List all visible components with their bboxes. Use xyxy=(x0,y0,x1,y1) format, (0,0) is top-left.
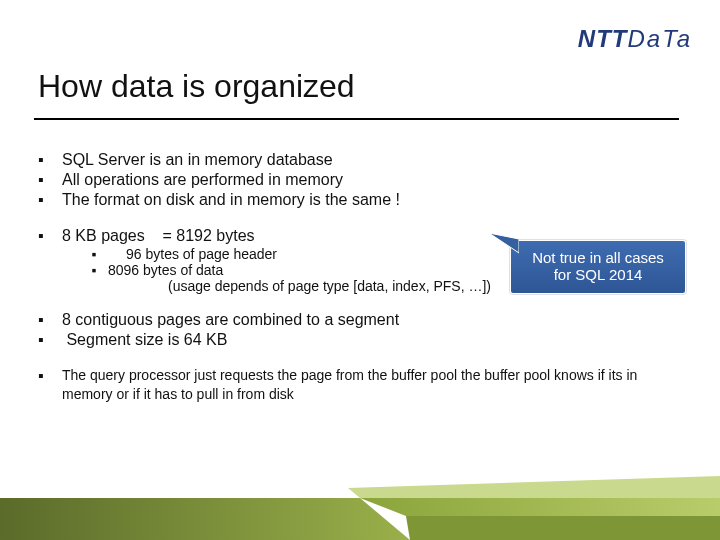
title-underline xyxy=(34,118,679,120)
bullet-icon: ▪ xyxy=(38,310,62,330)
svg-marker-3 xyxy=(360,498,720,516)
bullet-icon: ▪ xyxy=(80,246,108,262)
brand-logo: NTTDaTa xyxy=(578,25,692,53)
list-item: ▪ Segment size is 64 KB xyxy=(38,330,686,350)
bullet-icon: ▪ xyxy=(38,190,62,210)
callout-line2: for SQL 2014 xyxy=(517,266,679,283)
bullet-text: 96 bytes of page header xyxy=(108,246,277,262)
bullet-text: The format on disk and in memory is the … xyxy=(62,190,400,210)
brand-thin: DaTa xyxy=(628,25,692,52)
list-item: ▪ All operations are performed in memory xyxy=(38,170,686,190)
list-item: ▪ SQL Server is an in memory database xyxy=(38,150,686,170)
bullet-icon: ▪ xyxy=(38,170,62,190)
brand-bold: NTT xyxy=(578,25,628,52)
bullet-icon: ▪ xyxy=(38,226,62,246)
bullet-query: ▪ The query processor just requests the … xyxy=(38,366,686,404)
bullet-text: Segment size is 64 KB xyxy=(62,330,227,350)
callout-tail-icon xyxy=(489,233,519,257)
callout-box: Not true in all cases for SQL 2014 xyxy=(510,240,686,294)
list-item: ▪ 8 contiguous pages are combined to a s… xyxy=(38,310,686,330)
callout: Not true in all cases for SQL 2014 xyxy=(510,240,686,294)
slide: NTTDaTa How data is organized ▪ SQL Serv… xyxy=(0,0,720,540)
svg-marker-2 xyxy=(348,476,720,498)
page-title: How data is organized xyxy=(38,68,355,105)
bullet-text: 8 contiguous pages are combined to a seg… xyxy=(62,310,399,330)
list-item: ▪ The format on disk and in memory is th… xyxy=(38,190,686,210)
bullet-icon: ▪ xyxy=(38,330,62,350)
svg-marker-1 xyxy=(0,498,410,540)
bullet-text: All operations are performed in memory xyxy=(62,170,343,190)
bullet-icon: ▪ xyxy=(80,262,108,278)
bullet-text: 8096 bytes of data xyxy=(108,262,223,278)
bullet-text: SQL Server is an in memory database xyxy=(62,150,333,170)
bullet-group-top: ▪ SQL Server is an in memory database ▪ … xyxy=(38,150,686,210)
bullet-text: 8 KB pages = 8192 bytes xyxy=(62,226,255,246)
bullet-text: The query processor just requests the pa… xyxy=(62,366,686,404)
callout-line1: Not true in all cases xyxy=(517,249,679,266)
bullet-group-segment: ▪ 8 contiguous pages are combined to a s… xyxy=(38,310,686,350)
bullet-icon: ▪ xyxy=(38,366,62,386)
svg-marker-0 xyxy=(489,233,519,253)
list-item: ▪ The query processor just requests the … xyxy=(38,366,686,404)
bullet-icon: ▪ xyxy=(38,150,62,170)
svg-marker-4 xyxy=(406,516,720,540)
footer-decoration xyxy=(0,476,720,540)
